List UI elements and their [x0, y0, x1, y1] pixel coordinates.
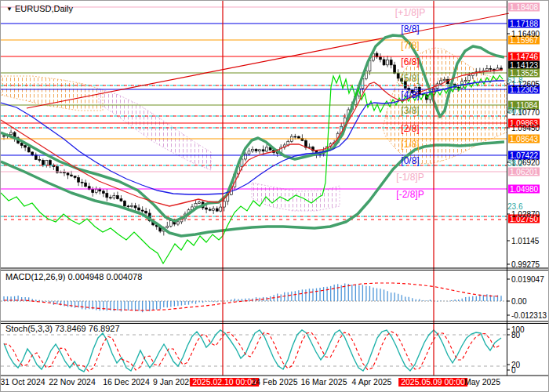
murrey-level-label: [+1/8]P — [395, 9, 425, 17]
time-axis-label: 2025.05.09 00:00 — [398, 378, 467, 387]
murrey-level-label: [6/8] — [401, 58, 419, 67]
price-tick: 1.16490 — [511, 30, 540, 38]
triangle-down-icon: ▼ — [6, 5, 13, 13]
stoch-tick: 80 — [511, 331, 520, 339]
murrey-level-label: [-2/8]P — [396, 191, 424, 199]
murrey-level-label: [-1/8]P — [396, 173, 424, 182]
time-axis-label: 16 Mar 2025 — [301, 378, 347, 387]
time-axis-label: 22 Nov 2024 — [49, 378, 96, 387]
macd-tick: -0.012313 — [511, 311, 547, 320]
fib-level-label: 38.2 — [507, 159, 522, 168]
murrey-level-label: [2/8] — [401, 125, 419, 133]
murrey-level-label: [8/8] — [401, 25, 419, 34]
time-axis-label: May 2025 — [464, 378, 500, 387]
stoch-tick: 0 — [511, 366, 516, 375]
time-axis-label: 9 Jan 2025 — [153, 378, 194, 387]
time-axis-label: 24 Feb 2025 — [252, 378, 298, 387]
time-axis-label: 4 Apr 2025 — [352, 378, 392, 387]
murrey-level-label: [3/8] — [401, 107, 419, 115]
fib-level-label: 61.8 — [507, 76, 522, 85]
chart-canvas[interactable] — [1, 1, 549, 392]
stoch-indicator-label: Stoch(5,3,3) 73.8469 76.8927 — [5, 325, 120, 333]
fib-level-label: 50.0 — [507, 107, 522, 115]
macd-indicator-label: MACD(12,26,9) 0.004948 0.004078 — [5, 273, 142, 281]
price-tick: 1.02870 — [511, 210, 540, 219]
macd-tick: 0.019047 — [511, 275, 544, 284]
symbol-label: EURUSD,Daily — [15, 4, 73, 13]
price-badge: 1.14746 — [508, 53, 540, 61]
macd-tick: 0.00 — [511, 297, 526, 306]
murrey-level-label: [4/8] — [401, 91, 419, 100]
murrey-level-label: [1/8] — [401, 140, 419, 149]
price-badge: 1.17188 — [508, 20, 540, 28]
price-badge: 1.06201 — [508, 168, 540, 176]
chart-window: ▼ EURUSD,Daily 1.184081.171881.159671.14… — [0, 0, 549, 392]
price-tick: 0.99275 — [511, 260, 540, 269]
murrey-level-label: [5/8] — [401, 74, 419, 83]
time-axis-label: 2025.02.10 00:00 — [190, 378, 259, 387]
price-tick: 1.01145 — [511, 237, 539, 245]
price-badge: 1.18408 — [508, 3, 540, 12]
symbol-selector[interactable]: ▼ EURUSD,Daily — [6, 5, 73, 13]
murrey-level-label: [0/8] — [401, 157, 419, 165]
murrey-level-label: [7/8] — [401, 42, 419, 50]
fib-level-label: 23.6 — [507, 202, 522, 211]
time-axis-label: 31 Oct 2024 — [0, 378, 45, 387]
price-badge: 1.04980 — [508, 185, 540, 194]
price-badge: 1.08643 — [508, 135, 540, 143]
time-axis-label: 16 Dec 2024 — [103, 378, 150, 387]
price-tick: 1.09450 — [511, 124, 540, 132]
